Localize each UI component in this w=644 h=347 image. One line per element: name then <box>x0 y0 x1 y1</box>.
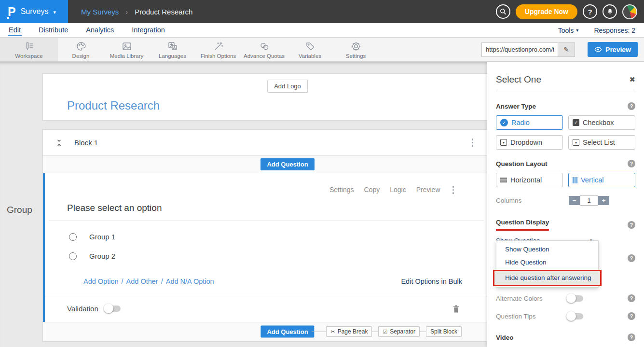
bell-icon <box>606 8 614 15</box>
split-block-button[interactable]: Split Block <box>426 326 462 337</box>
search-button[interactable] <box>496 4 510 19</box>
checkbox-icon: ✓ <box>573 119 579 126</box>
question-tips-toggle[interactable] <box>567 313 583 319</box>
toolbar-media-library[interactable]: Media Library <box>104 38 150 61</box>
block-menu-button[interactable] <box>470 137 476 149</box>
edit-url-button[interactable]: ✎ <box>558 42 575 57</box>
question-more-button[interactable] <box>451 184 456 196</box>
block-card: Block 1 Add Question Settings Copy Logic… <box>42 129 533 342</box>
question-preview-link[interactable]: Preview <box>416 186 440 194</box>
alternate-colors-row: Alternate Colors ? <box>496 294 635 302</box>
top-bar: P Surveys ▾ My Surveys › Product Researc… <box>0 0 644 23</box>
menu-item-hide-after-answering[interactable]: Hide question after answering <box>494 271 600 285</box>
layout-horizontal[interactable]: Horizontal <box>496 173 563 187</box>
question-settings-link[interactable]: Settings <box>329 186 354 194</box>
toolbar-settings[interactable]: Settings <box>333 38 379 61</box>
horizontal-bars-icon <box>500 178 507 182</box>
columns-value[interactable]: 1 <box>580 195 598 206</box>
app-switcher[interactable]: P Surveys ▾ <box>0 0 68 23</box>
help-icon[interactable]: ? <box>628 254 635 262</box>
toolbar-design[interactable]: Design <box>58 38 104 61</box>
help-icon[interactable]: ? <box>628 294 635 302</box>
vertical-bars-icon <box>573 177 577 183</box>
validation-toggle[interactable] <box>104 305 121 312</box>
toolbar-variables[interactable]: Variables <box>287 38 333 61</box>
columns-decrease-button[interactable]: − <box>569 196 580 205</box>
radio-icon[interactable] <box>69 252 77 260</box>
question-text[interactable]: Please select an option <box>67 203 484 213</box>
preview-button[interactable]: Preview <box>588 42 638 57</box>
option-label[interactable]: Group 1 <box>89 233 115 241</box>
tab-edit[interactable]: Edit <box>8 24 22 36</box>
alternate-colors-toggle[interactable] <box>567 295 583 302</box>
group-side-label: Group <box>7 205 32 215</box>
toolbar-advance-quotas[interactable]: Advance Quotas <box>241 38 287 61</box>
workspace-icon <box>23 41 35 52</box>
answer-type-radio[interactable]: ✓ Radio <box>496 115 563 130</box>
survey-title[interactable]: Product Research <box>67 99 160 112</box>
annotation-red-box: Hide question after answering <box>493 270 602 286</box>
help-icon[interactable]: ? <box>628 160 635 167</box>
tab-integration[interactable]: Integration <box>131 24 166 36</box>
radio-icon[interactable] <box>69 233 77 241</box>
menu-item-hide-question[interactable]: Hide Question <box>496 256 598 269</box>
collapse-icon <box>55 138 63 148</box>
responses-count[interactable]: Responses: 2 <box>594 27 635 34</box>
add-question-button-top[interactable]: Add Question <box>260 158 314 170</box>
add-question-button-bottom[interactable]: Add Question <box>260 326 314 338</box>
help-icon[interactable]: ? <box>628 312 635 320</box>
user-avatar[interactable] <box>622 4 637 19</box>
answer-type-options: ✓ Radio ✓ Checkbox ▾ Dropdown ▾ Select L… <box>496 115 635 150</box>
delete-question-button[interactable] <box>452 305 460 313</box>
tab-distribute[interactable]: Distribute <box>38 24 69 36</box>
help-icon[interactable]: ? <box>628 221 635 229</box>
option-row-group-2[interactable]: Group 2 <box>69 252 532 260</box>
option-row-group-1[interactable]: Group 1 <box>69 233 532 241</box>
answer-type-select-list[interactable]: ▾ Select List <box>568 135 635 150</box>
option-actions: Add Option / Add Other / Add N/A Option … <box>45 272 532 285</box>
columns-row: Columns − 1 + <box>496 195 635 206</box>
separator-button[interactable]: ☑ Separator <box>378 326 420 337</box>
answer-type-header: Answer Type ? <box>496 102 635 110</box>
question-tips-label: Question Tips <box>496 313 567 320</box>
collapse-block-button[interactable] <box>55 138 63 148</box>
columns-increase-button[interactable]: + <box>598 196 609 205</box>
eye-icon <box>594 46 602 53</box>
page-break-button[interactable]: ✂ Page Break <box>326 326 372 337</box>
block-title[interactable]: Block 1 <box>74 139 98 147</box>
close-panel-button[interactable]: ✖ <box>629 75 635 84</box>
toolbar-languages[interactable]: Languages <box>150 38 195 61</box>
upgrade-now-button[interactable]: Upgrade Now <box>516 4 577 19</box>
tab-analytics[interactable]: Analytics <box>85 24 115 36</box>
add-na-option-link[interactable]: Add N/A Option <box>166 278 214 285</box>
add-logo-button[interactable]: Add Logo <box>267 80 308 93</box>
edit-options-in-bulk-link[interactable]: Edit Options in Bulk <box>401 278 462 285</box>
help-icon[interactable]: ? <box>628 333 635 341</box>
question-settings-panel: Select One ✖ Answer Type ? ✓ Radio ✓ Che… <box>487 62 644 347</box>
pencil-icon: ✎ <box>563 46 569 54</box>
layout-vertical[interactable]: Vertical <box>568 173 635 187</box>
help-icon[interactable]: ? <box>628 102 635 110</box>
connector-line <box>312 332 326 332</box>
close-icon: ✖ <box>629 75 635 83</box>
add-option-link[interactable]: Add Option <box>83 278 119 285</box>
check-circle-icon: ✓ <box>500 119 508 126</box>
question-logic-link[interactable]: Logic <box>390 186 406 194</box>
toolbar-workspace[interactable]: Workspace <box>0 38 58 61</box>
breadcrumb-my-surveys[interactable]: My Surveys <box>81 8 119 16</box>
survey-url-input[interactable] <box>481 42 558 57</box>
add-other-link[interactable]: Add Other <box>126 278 158 285</box>
menu-item-show-question[interactable]: Show Question <box>496 243 598 256</box>
help-button[interactable]: ? <box>583 4 597 19</box>
survey-canvas: Add Logo Product Research Block 1 Add Qu… <box>42 73 533 347</box>
notifications-button[interactable] <box>603 4 617 19</box>
option-label[interactable]: Group 2 <box>89 252 115 260</box>
answer-type-dropdown[interactable]: ▾ Dropdown <box>496 135 563 150</box>
questionpro-logo-icon: P <box>8 6 16 18</box>
question-copy-link[interactable]: Copy <box>364 186 380 194</box>
question-options: Group 1 Group 2 <box>45 233 532 260</box>
toolbar-finish-options[interactable]: Finish Options <box>195 38 241 61</box>
survey-url-group: ✎ <box>481 42 575 57</box>
tools-dropdown[interactable]: Tools ▾ <box>558 27 579 34</box>
answer-type-checkbox[interactable]: ✓ Checkbox <box>568 115 635 130</box>
